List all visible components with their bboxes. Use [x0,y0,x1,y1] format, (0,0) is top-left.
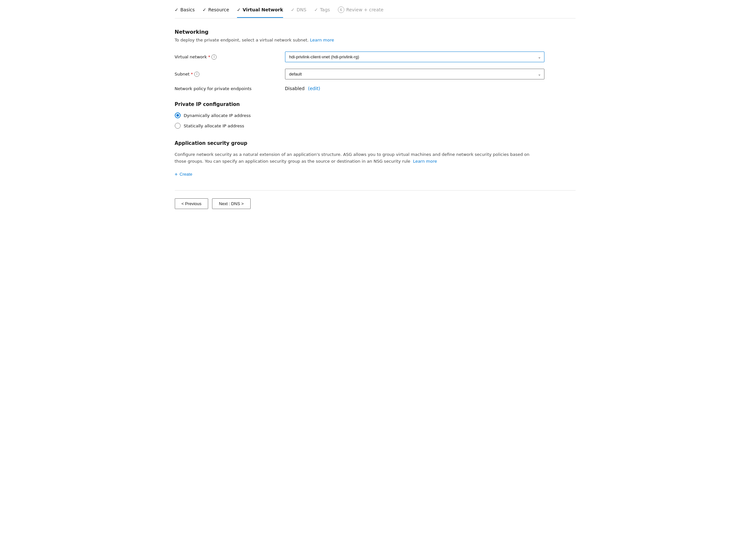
step-label-dns: DNS [297,7,307,12]
subnet-select[interactable]: default [285,69,545,79]
wizard-step-dns[interactable]: ✓ DNS [291,7,314,18]
radio-label-static: Statically allocate IP address [184,123,244,128]
asg-learn-more[interactable]: Learn more [413,159,437,164]
check-icon-tags: ✓ [314,7,318,12]
asg-description: Configure network security as a natural … [175,151,531,165]
info-icon-vnet[interactable]: i [212,55,217,60]
wizard-step-resource[interactable]: ✓ Resource [203,7,237,18]
virtual-network-row: Virtual network * i hdi-privlink-client-… [175,51,575,62]
radio-dynamic[interactable]: Dynamically allocate IP address [175,112,575,118]
check-icon-resource: ✓ [203,7,206,12]
step-label-resource: Resource [208,7,229,12]
private-ip-radio-group: Dynamically allocate IP address Statical… [175,112,575,129]
step-label-tags: Tags [320,7,330,12]
asg-title: Application security group [175,140,575,146]
radio-label-dynamic: Dynamically allocate IP address [184,113,251,118]
asg-create-button[interactable]: + Create [175,171,192,177]
previous-button[interactable]: < Previous [175,198,209,209]
network-policy-label: Network policy for private endpoints [175,86,285,91]
next-button[interactable]: Next : DNS > [212,198,250,209]
step-label-review-create: Review + create [346,7,383,12]
required-star-vnet: * [208,55,211,59]
virtual-network-select[interactable]: hdi-privlink-client-vnet (hdi-privlink-r… [285,51,545,62]
wizard-step-basics[interactable]: ✓ Basics [175,7,203,18]
network-policy-edit-link[interactable]: (edit) [308,86,320,91]
step-number-review: 6 [338,6,344,13]
main-content: Networking To deploy the private endpoin… [175,29,575,190]
asg-create-label: Create [180,172,192,177]
check-icon-dns: ✓ [291,7,295,12]
step-label-basics: Basics [180,7,195,12]
check-icon-basics: ✓ [175,7,179,12]
wizard-nav: ✓ Basics ✓ Resource ✓ Virtual Network ✓ … [175,0,575,19]
subnet-label: Subnet * i [175,71,285,77]
required-star-subnet: * [191,71,193,77]
network-policy-value: Disabled (edit) [285,86,320,91]
radio-circle-static [175,123,181,129]
check-icon-vnet: ✓ [237,7,241,12]
radio-circle-dynamic [175,112,181,118]
network-policy-row: Network policy for private endpoints Dis… [175,86,575,91]
virtual-network-field: hdi-privlink-client-vnet (hdi-privlink-r… [285,51,545,62]
subnet-select-wrapper: default ⌄ [285,69,545,79]
radio-dot-dynamic [176,114,179,117]
info-icon-subnet[interactable]: i [194,71,199,77]
subnet-row: Subnet * i default ⌄ [175,69,575,79]
subnet-field: default ⌄ [285,69,545,79]
networking-learn-more[interactable]: Learn more [310,38,334,42]
networking-title: Networking [175,29,575,35]
wizard-step-review-create[interactable]: 6 Review + create [338,6,391,18]
footer: < Previous Next : DNS > [175,190,575,217]
virtual-network-label: Virtual network * i [175,55,285,60]
radio-static[interactable]: Statically allocate IP address [175,123,575,129]
networking-description: To deploy the private endpoint, select a… [175,38,575,42]
wizard-step-tags[interactable]: ✓ Tags [314,7,338,18]
plus-icon: + [175,171,178,177]
step-label-vnet: Virtual Network [242,7,283,12]
private-ip-title: Private IP configuration [175,101,575,107]
virtual-network-select-wrapper: hdi-privlink-client-vnet (hdi-privlink-r… [285,51,545,62]
wizard-step-virtual-network[interactable]: ✓ Virtual Network [237,7,291,18]
